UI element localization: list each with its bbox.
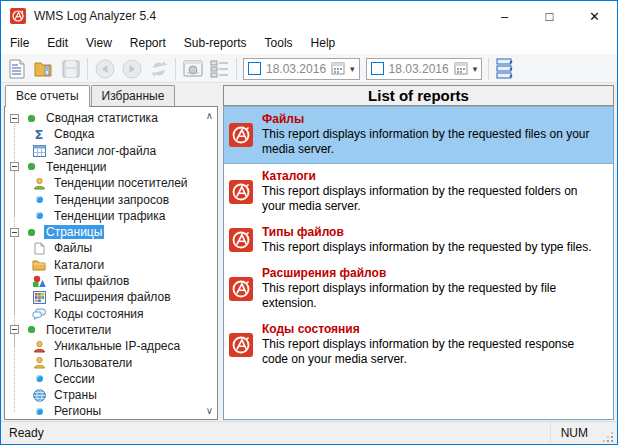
menu-file[interactable]: File xyxy=(1,33,38,53)
report-item-status-codes[interactable]: Коды состояния This report displays info… xyxy=(224,317,613,373)
tree-item-label[interactable]: Файлы xyxy=(52,241,94,255)
report-title[interactable]: Расширения файлов xyxy=(262,266,603,281)
preview-button[interactable] xyxy=(179,56,206,81)
tree-item-countries[interactable]: Страны xyxy=(5,387,217,403)
minimize-button[interactable]: – xyxy=(482,1,527,31)
menu-view[interactable]: View xyxy=(77,33,121,53)
menu-bar: File Edit View Report Sub-reports Tools … xyxy=(1,31,617,55)
report-title[interactable]: Файлы xyxy=(262,112,603,127)
tree-item-label[interactable]: Каталоги xyxy=(52,258,106,272)
collapse-icon[interactable] xyxy=(10,114,19,123)
tree-item-label[interactable]: Коды состояния xyxy=(52,307,146,321)
tree-item-label[interactable]: Тенденции запросов xyxy=(52,193,171,207)
tree-group-trends[interactable]: Тенденции xyxy=(5,159,217,175)
tree-item-label[interactable]: Тенденции посетителей xyxy=(52,176,190,190)
refresh-button[interactable] xyxy=(145,56,172,81)
forward-button[interactable] xyxy=(118,56,145,81)
menu-edit[interactable]: Edit xyxy=(38,33,77,53)
date-to-dropdown-icon[interactable]: ▾ xyxy=(473,64,478,74)
tab-favorites[interactable]: Избранные xyxy=(91,85,176,107)
report-title[interactable]: Каталоги xyxy=(262,169,603,184)
details-view-button[interactable] xyxy=(206,56,233,81)
tree-group-visitors[interactable]: Посетители xyxy=(5,322,217,338)
menu-help[interactable]: Help xyxy=(302,33,345,53)
tree-item-label[interactable]: Страны xyxy=(52,388,99,402)
report-title[interactable]: Типы файлов xyxy=(262,225,592,240)
tree-item-regions[interactable]: Регионы xyxy=(5,403,217,419)
tree-item-label[interactable]: Уникальные IP-адреса xyxy=(52,339,182,353)
report-item-files[interactable]: Файлы This report displays information b… xyxy=(224,106,613,164)
collapse-icon[interactable] xyxy=(10,228,19,237)
report-item-folders[interactable]: Каталоги This report displays informatio… xyxy=(224,164,613,220)
back-arrow-icon xyxy=(95,59,115,79)
blue-bullet-icon xyxy=(32,193,46,207)
tree-item-label[interactable]: Сессии xyxy=(52,372,97,386)
tree-item-status-codes[interactable]: Коды состояния xyxy=(5,306,217,322)
back-button[interactable] xyxy=(91,56,118,81)
report-logo-icon xyxy=(229,228,253,252)
menu-tools[interactable]: Tools xyxy=(256,33,302,53)
menu-report[interactable]: Report xyxy=(121,33,175,53)
tree-item-label[interactable]: Сводка xyxy=(52,127,97,141)
report-description: This report displays information by the … xyxy=(262,184,603,214)
menu-sub-reports[interactable]: Sub-reports xyxy=(175,33,256,53)
tree-item-files[interactable]: Файлы xyxy=(5,240,217,256)
report-description: This report displays information by the … xyxy=(262,281,603,311)
tree-item-label[interactable]: Расширения файлов xyxy=(52,290,173,304)
tree-group-label[interactable]: Тенденции xyxy=(44,160,109,174)
resize-grip[interactable] xyxy=(602,432,614,444)
checked-list-icon xyxy=(496,58,516,79)
num-lock-indicator: NUM xyxy=(550,422,602,444)
page-icon xyxy=(32,241,46,255)
tree-item-label[interactable]: Пользователи xyxy=(52,356,134,370)
date-from-value[interactable]: 18.03.2016 xyxy=(266,62,326,76)
date-from-checkbox[interactable] xyxy=(248,62,261,75)
tree-item-request-trends[interactable]: Тенденции запросов xyxy=(5,191,217,207)
open-button[interactable] xyxy=(30,56,57,81)
person-yellow-icon xyxy=(32,356,46,370)
tree-item-file-extensions[interactable]: Расширения файлов xyxy=(5,289,217,305)
date-to-value[interactable]: 18.03.2016 xyxy=(389,62,449,76)
tree-item-label[interactable]: Регионы xyxy=(52,404,103,418)
tree-item-visitor-trends[interactable]: Тенденции посетителей xyxy=(5,175,217,191)
collapse-icon[interactable] xyxy=(10,325,19,334)
sigma-icon: Σ xyxy=(32,127,46,141)
report-title[interactable]: Коды состояния xyxy=(262,322,603,337)
tree-item-log-records[interactable]: Записи лог-файла xyxy=(5,143,217,159)
tree-group-summary[interactable]: Сводная статистика xyxy=(5,110,217,126)
maximize-button[interactable]: □ xyxy=(527,1,572,31)
tab-all-reports[interactable]: Все отчеты xyxy=(5,85,90,107)
tree-item-users[interactable]: Пользователи xyxy=(5,354,217,370)
tree-item-summary[interactable]: Σ Сводка xyxy=(5,126,217,142)
calendar-icon[interactable] xyxy=(331,62,345,75)
report-list-button[interactable] xyxy=(492,56,519,81)
tree-item-unique-ip[interactable]: Уникальные IP-адреса xyxy=(5,338,217,354)
tree-group-pages[interactable]: Страницы xyxy=(5,224,217,240)
tree-group-label-selected[interactable]: Страницы xyxy=(44,225,104,239)
tree-scroll-up-icon[interactable]: ∧ xyxy=(206,111,213,121)
report-item-file-extensions[interactable]: Расширения файлов This report displays i… xyxy=(224,261,613,317)
report-item-file-types[interactable]: Типы файлов This report displays informa… xyxy=(224,220,613,261)
tree-item-folders[interactable]: Каталоги xyxy=(5,257,217,273)
tree-scroll-down-icon[interactable]: ∨ xyxy=(206,406,213,416)
date-to-checkbox[interactable] xyxy=(371,62,384,75)
report-description: This report displays information by the … xyxy=(262,337,603,367)
collapse-icon[interactable] xyxy=(10,162,19,171)
tree-item-sessions[interactable]: Сессии xyxy=(5,371,217,387)
new-report-button[interactable] xyxy=(3,56,30,81)
tree-group-label[interactable]: Посетители xyxy=(44,323,113,337)
tree-group-label[interactable]: Сводная статистика xyxy=(44,111,160,125)
save-button[interactable] xyxy=(57,56,84,81)
date-from-picker[interactable]: 18.03.2016 ▾ xyxy=(243,58,360,80)
date-from-dropdown-icon[interactable]: ▾ xyxy=(350,64,355,74)
tree-item-label[interactable]: Типы файлов xyxy=(52,274,131,288)
calendar-icon[interactable] xyxy=(454,62,468,75)
tree-item-label[interactable]: Тенденции трафика xyxy=(52,209,167,223)
tree-item-label[interactable]: Записи лог-файла xyxy=(52,144,158,158)
tree-item-traffic-trends[interactable]: Тенденции трафика xyxy=(5,208,217,224)
group-bullet-icon xyxy=(24,323,38,337)
date-to-picker[interactable]: 18.03.2016 ▾ xyxy=(366,58,483,80)
close-button[interactable]: ✕ xyxy=(572,1,617,31)
tree-item-file-types[interactable]: Типы файлов xyxy=(5,273,217,289)
toolbar-separator xyxy=(236,58,237,80)
